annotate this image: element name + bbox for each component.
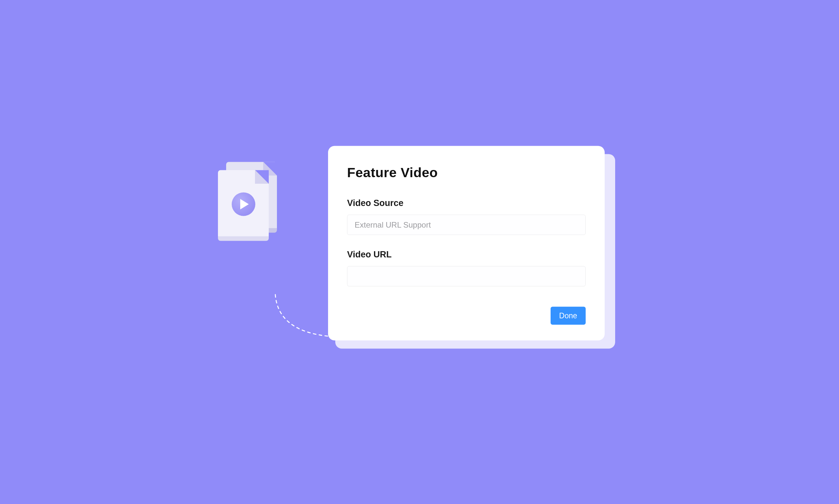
video-url-group: Video URL <box>347 249 585 286</box>
video-source-label: Video Source <box>347 198 585 208</box>
video-url-input[interactable] <box>347 266 585 286</box>
done-button[interactable]: Done <box>550 307 585 325</box>
video-source-group: Video Source <box>347 198 585 235</box>
feature-video-card: Feature Video Video Source Video URL Don… <box>328 146 605 340</box>
play-triangle-icon <box>240 199 249 209</box>
page-container: Feature Video Video Source Video URL Don… <box>190 109 649 395</box>
video-url-label: Video URL <box>347 249 585 259</box>
play-circle-icon <box>232 192 255 216</box>
video-source-input[interactable] <box>347 215 585 235</box>
card-title: Feature Video <box>347 165 585 180</box>
file-front-base <box>218 236 269 241</box>
